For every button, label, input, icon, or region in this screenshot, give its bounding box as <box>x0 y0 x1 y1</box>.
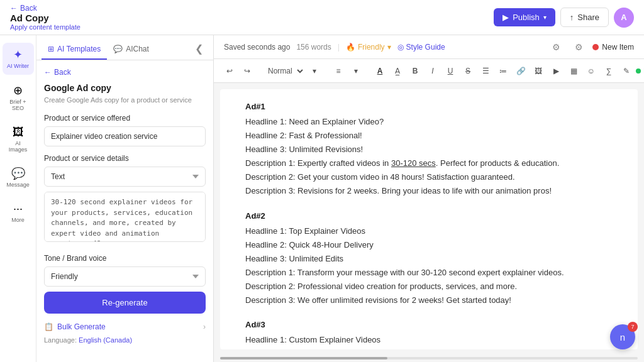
numbered-list-button[interactable]: ≔ <box>495 63 511 79</box>
italic-button[interactable]: I <box>425 63 441 79</box>
sidebar-item-brief-seo[interactable]: ⊕ Brief + SEO <box>3 79 34 117</box>
details-textarea[interactable]: 30-120 second explainer videos for your … <box>44 192 206 242</box>
language-line: Language: English (Canada) <box>44 336 206 344</box>
tab-aichat[interactable]: 💬 AIChat <box>107 40 155 60</box>
tab-ai-templates[interactable]: ⊞ AI Templates <box>42 40 107 60</box>
chat-bubble-button[interactable]: n 7 <box>610 324 635 349</box>
aichat-icon: 💬 <box>113 45 123 53</box>
ai-writer-icon: ✦ <box>13 48 23 62</box>
chevron-down-icon: ▾ <box>543 14 547 21</box>
ai-images-icon: 🖼 <box>13 126 24 139</box>
product-label: Product or service offered <box>44 114 206 123</box>
scrollbar-thumb[interactable] <box>220 357 387 359</box>
new-item-button[interactable]: New Item <box>592 43 634 52</box>
tone-indicator[interactable]: 🔥 Friendly ▾ <box>346 43 391 52</box>
publish-button[interactable]: ▶ Publish ▾ <box>494 8 555 26</box>
table-button[interactable]: ▦ <box>565 63 582 79</box>
tone-value: Friendly <box>358 43 385 52</box>
ad3-heading: Ad#3 <box>245 320 613 329</box>
text-color-button[interactable]: A <box>372 63 388 79</box>
undo-button[interactable]: ↩ <box>221 63 238 79</box>
toolbar-icon-btn-2[interactable]: ⚙ <box>570 38 587 56</box>
link-button[interactable]: 🔗 <box>513 63 529 79</box>
brief-seo-icon: ⊕ <box>13 84 23 97</box>
ad3-block: Ad#3 Headline 1: Custom Explainer Videos <box>245 320 613 347</box>
more-icon: ··· <box>13 202 23 216</box>
bulk-generate-arrow-icon: › <box>203 322 206 331</box>
share-label: Share <box>577 13 599 22</box>
apply-template-link[interactable]: Apply content template <box>10 23 80 31</box>
ad2-h2: Headline 2: Quick 48-Hour Delivery <box>245 238 613 252</box>
emoji-button[interactable]: ☺ <box>583 63 599 79</box>
underline-button[interactable]: U <box>442 63 458 79</box>
sidebar-item-more[interactable]: ··· More <box>3 197 34 229</box>
panel-back-button[interactable]: ← Back <box>44 68 206 77</box>
ai-writer-label: AI Writer <box>7 63 29 70</box>
image-button[interactable]: 🖼 <box>530 63 547 79</box>
ai-images-label: AI Images <box>6 141 30 153</box>
align-chevron-button[interactable]: ▾ <box>348 63 364 79</box>
sidebar-item-ai-writer[interactable]: ✦ AI Writer <box>3 43 34 75</box>
style-guide-button[interactable]: ◎ Style Guide <box>397 43 445 52</box>
ai-templates-icon: ⊞ <box>48 45 54 53</box>
details-label: Product or service details <box>44 154 206 163</box>
panel-tabs: ⊞ AI Templates 💬 AIChat ❮ <box>36 35 213 60</box>
redo-button[interactable]: ↪ <box>239 63 255 79</box>
underline-range: 30-120 secs <box>391 158 436 168</box>
panel-content: ← Back Google Ad copy Create Google Ads … <box>36 60 213 362</box>
back-button[interactable]: ← Back <box>10 4 80 13</box>
tone-label: Tone / Brand voice <box>44 254 206 263</box>
language-link[interactable]: English (Canada) <box>79 336 132 344</box>
back-arrow-icon: ← <box>10 4 18 13</box>
aichat-label: AIChat <box>126 45 149 53</box>
share-button[interactable]: ↑ Share <box>560 8 609 27</box>
more-format-button[interactable]: ✎ <box>618 63 635 79</box>
ad1-block: Ad#1 Headline 1: Need an Explainer Video… <box>245 102 613 199</box>
scrollbar-area <box>214 356 644 362</box>
sidebar-item-message[interactable]: 💬 Message <box>3 162 34 194</box>
regenerate-label: Re-generate <box>102 298 147 307</box>
panel-back-label: Back <box>54 68 71 77</box>
save-status: Saved seconds ago <box>224 43 290 52</box>
align-button[interactable]: ≡ <box>330 63 347 79</box>
new-item-dot-icon <box>592 44 599 50</box>
product-input[interactable] <box>44 126 206 146</box>
page-title: Ad Copy <box>10 13 80 23</box>
ad2-d3: Description 3: We offer unlimited revisi… <box>245 293 613 307</box>
new-item-label: New Item <box>602 43 634 52</box>
sidebar-item-ai-images[interactable]: 🖼 AI Images <box>3 121 34 158</box>
icon-sidebar: ✦ AI Writer ⊕ Brief + SEO 🖼 AI Images 💬 … <box>0 35 36 362</box>
ad1-h3: Headline 3: Unlimited Revisions! <box>245 143 613 156</box>
editor-area: Saved seconds ago 156 words | 🔥 Friendly… <box>214 35 644 362</box>
tone-select[interactable]: Friendly <box>44 266 206 287</box>
panel-collapse-button[interactable]: ❮ <box>190 38 208 60</box>
bullet-list-button[interactable]: ☰ <box>477 63 494 79</box>
toolbar-icon-btn-1[interactable]: ⚙ <box>547 38 565 56</box>
play-button[interactable]: ▶ <box>548 63 564 79</box>
format-chevron-button[interactable]: ▾ <box>306 63 323 79</box>
editing-badge[interactable]: Editing ▾ ⋯ <box>636 67 644 75</box>
bulk-generate-label: Bulk Generate <box>57 322 106 331</box>
tone-chevron-icon: ▾ <box>387 43 391 52</box>
side-panel: ⊞ AI Templates 💬 AIChat ❮ ← Back Google … <box>36 35 214 362</box>
regenerate-button[interactable]: Re-generate <box>44 292 206 314</box>
ad1-h1: Headline 1: Need an Explainer Video? <box>245 115 613 129</box>
highlight-button[interactable]: A̲ <box>389 63 406 79</box>
avatar[interactable]: A <box>614 8 634 28</box>
ad2-d1: Description 1: Transform your message wi… <box>245 266 613 280</box>
ad2-heading: Ad#2 <box>245 211 613 221</box>
brief-seo-label: Brief + SEO <box>6 99 30 112</box>
style-guide-label: Style Guide <box>406 43 445 52</box>
ad1-d1: Description 1: Expertly crafted videos i… <box>245 156 613 170</box>
bulk-generate-button[interactable]: 📋 Bulk Generate › <box>44 322 206 331</box>
format-toolbar: ↩ ↪ Normal ▾ ≡ ▾ A A̲ B I U S ☰ ≔ 🔗 <box>214 59 644 83</box>
bold-button[interactable]: B <box>407 63 423 79</box>
format-style-select[interactable]: Normal <box>263 66 305 76</box>
details-type-select[interactable]: Text <box>44 167 206 187</box>
style-guide-icon: ◎ <box>397 43 404 52</box>
horizontal-scrollbar[interactable] <box>220 357 638 359</box>
strikethrough-button[interactable]: S <box>460 63 476 79</box>
formula-button[interactable]: ∑ <box>601 63 617 79</box>
editor-content[interactable]: Ad#1 Headline 1: Need an Explainer Video… <box>220 89 638 349</box>
template-desc: Create Google Ads copy for a product or … <box>44 96 206 105</box>
